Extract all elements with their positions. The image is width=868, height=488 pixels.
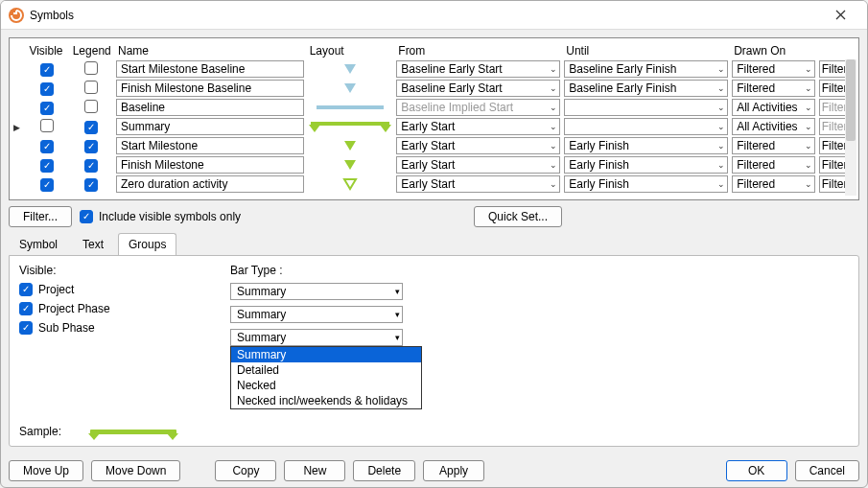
layout-shape[interactable] bbox=[308, 137, 393, 154]
header-legend[interactable]: Legend bbox=[69, 42, 114, 59]
chevron-down-icon: ⌄ bbox=[550, 141, 557, 151]
drawn-on-select[interactable]: Filtered⌄ bbox=[732, 175, 815, 193]
new-button[interactable]: New bbox=[284, 460, 345, 481]
visible-checkbox[interactable] bbox=[40, 63, 54, 77]
svg-marker-6 bbox=[344, 141, 356, 151]
grid-scrollbar[interactable] bbox=[845, 59, 856, 196]
tab-groups[interactable]: Groups bbox=[118, 233, 176, 255]
from-select[interactable]: Baseline Early Start⌄ bbox=[396, 60, 560, 78]
until-select[interactable]: Baseline Early Finish⌄ bbox=[564, 60, 728, 78]
name-cell[interactable]: Start Milestone Baseline bbox=[116, 60, 304, 78]
visible-project-checkbox[interactable] bbox=[19, 283, 33, 296]
from-select[interactable]: Early Start⌄ bbox=[396, 175, 560, 193]
header-from[interactable]: From bbox=[394, 42, 562, 59]
filter-button[interactable]: Filter... bbox=[9, 206, 72, 227]
name-cell[interactable]: Finish Milestone Baseline bbox=[116, 80, 304, 97]
drawn-on-select[interactable]: All Activities⌄ bbox=[732, 118, 815, 135]
legend-checkbox[interactable] bbox=[84, 61, 98, 75]
legend-checkbox[interactable] bbox=[84, 140, 98, 153]
table-row[interactable]: Start MilestoneEarly Start⌄Early Finish⌄… bbox=[12, 136, 856, 155]
sample-label: Sample: bbox=[19, 425, 61, 438]
table-row[interactable]: BaselineBaseline Implied Start⌄⌄All Acti… bbox=[12, 98, 856, 117]
drawn-on-select[interactable]: Filtered⌄ bbox=[732, 60, 815, 78]
bar-type-sub-phase-select[interactable]: Summary▾ bbox=[230, 329, 403, 346]
svg-marker-4 bbox=[309, 125, 320, 132]
layout-shape[interactable] bbox=[308, 99, 393, 116]
name-cell[interactable]: Zero duration activity bbox=[116, 175, 304, 193]
apply-button[interactable]: Apply bbox=[423, 460, 484, 481]
layout-shape[interactable] bbox=[308, 175, 393, 193]
header-layout[interactable]: Layout bbox=[306, 42, 395, 59]
visible-project-phase-checkbox[interactable] bbox=[19, 302, 33, 315]
table-row[interactable]: Finish MilestoneEarly Start⌄Early Finish… bbox=[12, 155, 856, 174]
tab-symbol[interactable]: Symbol bbox=[9, 233, 68, 255]
ok-button[interactable]: OK bbox=[726, 460, 787, 481]
copy-button[interactable]: Copy bbox=[215, 460, 276, 481]
until-select[interactable]: Early Finish⌄ bbox=[564, 137, 728, 154]
until-select[interactable]: ⌄ bbox=[564, 118, 728, 135]
layout-shape[interactable] bbox=[308, 156, 393, 174]
visible-checkbox[interactable] bbox=[40, 82, 54, 96]
until-select[interactable]: Early Finish⌄ bbox=[564, 175, 728, 193]
dropdown-option[interactable]: Necked incl/weekends & holidays bbox=[231, 393, 421, 408]
header-name[interactable]: Name bbox=[114, 42, 306, 59]
table-row[interactable]: SummaryEarly Start⌄⌄All Activities⌄Filte… bbox=[12, 117, 856, 136]
quick-set-button[interactable]: Quick Set... bbox=[474, 206, 562, 227]
row-indicator bbox=[13, 157, 23, 171]
visible-checkbox[interactable] bbox=[40, 102, 54, 115]
name-cell[interactable]: Summary bbox=[116, 118, 304, 135]
table-row[interactable]: Finish Milestone BaselineBaseline Early … bbox=[12, 79, 856, 98]
drawn-on-select[interactable]: All Activities⌄ bbox=[732, 99, 815, 116]
until-select[interactable]: Early Finish⌄ bbox=[564, 156, 728, 174]
header-until[interactable]: Until bbox=[562, 42, 730, 59]
visible-checkbox[interactable] bbox=[40, 178, 54, 192]
name-cell[interactable]: Finish Milestone bbox=[116, 156, 304, 174]
legend-checkbox[interactable] bbox=[84, 178, 98, 192]
from-select[interactable]: Early Start⌄ bbox=[396, 137, 560, 154]
layout-shape[interactable] bbox=[308, 118, 393, 135]
from-select[interactable]: Baseline Implied Start⌄ bbox=[396, 99, 560, 116]
move-up-button[interactable]: Move Up bbox=[9, 460, 83, 481]
delete-button[interactable]: Delete bbox=[353, 460, 415, 481]
groups-panel: Visible: Project Project Phase Sub Phase… bbox=[9, 255, 859, 447]
drawn-on-select[interactable]: Filtered⌄ bbox=[732, 156, 815, 174]
legend-checkbox[interactable] bbox=[84, 159, 98, 173]
from-select[interactable]: Baseline Early Start⌄ bbox=[396, 80, 560, 97]
header-drawn[interactable]: Drawn On bbox=[730, 42, 817, 59]
drawn-on-select[interactable]: Filtered⌄ bbox=[732, 80, 815, 97]
table-row[interactable]: Zero duration activityEarly Start⌄Early … bbox=[12, 174, 856, 194]
dropdown-option[interactable]: Necked bbox=[231, 378, 421, 393]
layout-shape[interactable] bbox=[308, 60, 393, 78]
visible-checkbox[interactable] bbox=[40, 140, 54, 153]
visible-checkbox[interactable] bbox=[40, 119, 54, 132]
legend-checkbox[interactable] bbox=[84, 121, 98, 134]
dropdown-option[interactable]: Summary bbox=[231, 347, 421, 362]
close-button[interactable] bbox=[821, 2, 859, 29]
include-visible-checkbox[interactable] bbox=[80, 210, 93, 223]
legend-checkbox[interactable] bbox=[84, 81, 98, 94]
legend-checkbox[interactable] bbox=[84, 100, 98, 113]
chevron-down-icon: ⌄ bbox=[805, 179, 812, 189]
name-cell[interactable]: Baseline bbox=[116, 99, 304, 116]
from-select[interactable]: Early Start⌄ bbox=[396, 118, 560, 135]
until-select[interactable]: ⌄ bbox=[564, 99, 728, 116]
bar-type-project-phase-select[interactable]: Summary▾ bbox=[230, 306, 403, 323]
name-cell[interactable]: Start Milestone bbox=[116, 137, 304, 154]
drawn-on-select[interactable]: Filtered⌄ bbox=[732, 137, 815, 154]
visible-checkbox[interactable] bbox=[40, 159, 54, 173]
cancel-button[interactable]: Cancel bbox=[795, 460, 859, 481]
table-row[interactable]: Start Milestone BaselineBaseline Early S… bbox=[12, 59, 856, 79]
layout-shape[interactable] bbox=[308, 80, 393, 97]
tab-text[interactable]: Text bbox=[72, 233, 114, 255]
bar-type-project-select[interactable]: Summary▾ bbox=[230, 283, 403, 300]
chevron-down-icon: ⌄ bbox=[805, 83, 812, 93]
chevron-down-icon: ⌄ bbox=[805, 141, 812, 151]
until-select[interactable]: Baseline Early Finish⌄ bbox=[564, 80, 728, 97]
visible-sub-phase-checkbox[interactable] bbox=[19, 321, 33, 335]
from-select[interactable]: Early Start⌄ bbox=[396, 156, 560, 174]
svg-marker-1 bbox=[344, 83, 356, 93]
row-indicator bbox=[13, 138, 23, 151]
move-down-button[interactable]: Move Down bbox=[91, 460, 180, 481]
dropdown-option[interactable]: Detailed bbox=[231, 362, 421, 378]
header-visible[interactable]: Visible bbox=[25, 42, 68, 59]
